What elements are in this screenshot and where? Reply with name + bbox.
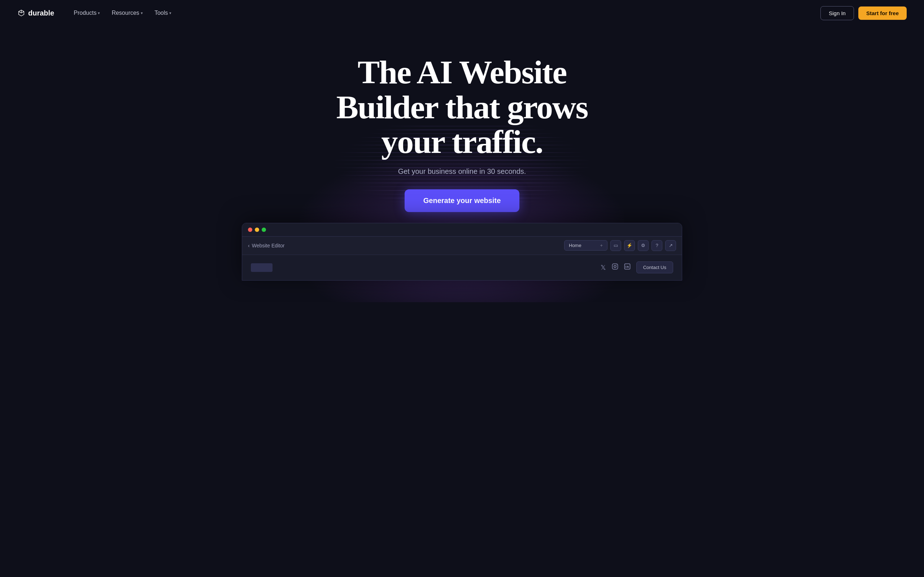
browser-editor-toolbar: ‹ Website Editor Home + ▭ ⚡ ⚙ [242, 237, 682, 255]
instagram-icon[interactable] [612, 263, 618, 272]
linkedin-icon[interactable] [624, 263, 630, 272]
nav-resources[interactable]: Resources ▾ [107, 7, 148, 19]
logo-link[interactable]: durable [17, 9, 54, 17]
logo-text: durable [28, 9, 54, 17]
address-bar[interactable]: Home + [564, 240, 607, 251]
external-link-icon: ↗ [669, 243, 673, 248]
nav-products[interactable]: Products ▾ [69, 7, 105, 19]
minimize-window-dot[interactable] [255, 227, 259, 232]
browser-body-right: 𝕏 Contact Us [601, 261, 673, 273]
signin-button[interactable]: Sign In [821, 6, 854, 20]
chevron-down-icon: ▾ [141, 11, 143, 16]
desktop-view-button[interactable]: ▭ [611, 240, 621, 251]
svg-point-1 [614, 266, 616, 268]
help-button[interactable]: ? [651, 240, 662, 251]
svg-rect-0 [612, 264, 617, 269]
navbar: durable Products ▾ Resources ▾ Tools ▾ S… [0, 0, 924, 26]
nav-placeholder [251, 263, 273, 272]
browser-body: 𝕏 Contact Us [242, 255, 682, 280]
close-window-dot[interactable] [248, 227, 252, 232]
nav-left: durable Products ▾ Resources ▾ Tools ▾ [17, 7, 176, 19]
toolbar-right: Home + ▭ ⚡ ⚙ ? ↗ [564, 240, 676, 251]
gear-icon: ⚙ [641, 243, 645, 248]
nav-tools[interactable]: Tools ▾ [149, 7, 176, 19]
lightning-icon: ⚡ [627, 243, 632, 248]
back-arrow-icon: ‹ [248, 243, 250, 248]
nav-right: Sign In Start for free [821, 6, 907, 20]
contact-us-button[interactable]: Contact Us [636, 261, 673, 273]
settings-button[interactable]: ⚙ [638, 240, 649, 251]
hero-section: The AI Website Builder that grows your t… [0, 26, 924, 302]
browser-body-left [251, 263, 273, 272]
generate-website-button[interactable]: Generate your website [405, 189, 520, 212]
hero-subtitle: Get your business online in 30 seconds. [321, 167, 603, 176]
hero-content: The AI Website Builder that grows your t… [321, 55, 603, 212]
external-link-button[interactable]: ↗ [665, 240, 676, 251]
browser-preview: ‹ Website Editor Home + ▭ ⚡ ⚙ [242, 223, 682, 280]
back-button[interactable]: ‹ Website Editor [248, 243, 284, 248]
desktop-icon: ▭ [614, 243, 618, 248]
chevron-down-icon: ▾ [98, 11, 100, 16]
browser-window-controls [248, 227, 266, 232]
plus-icon: + [600, 243, 603, 248]
svg-point-2 [616, 265, 617, 266]
maximize-window-dot[interactable] [262, 227, 266, 232]
browser-titlebar [242, 223, 682, 237]
logo-icon [17, 9, 25, 17]
toolbar-left: ‹ Website Editor [248, 243, 284, 248]
nav-links: Products ▾ Resources ▾ Tools ▾ [69, 7, 176, 19]
chevron-down-icon: ▾ [169, 11, 171, 16]
hero-title: The AI Website Builder that grows your t… [321, 55, 603, 160]
lightning-button[interactable]: ⚡ [624, 240, 635, 251]
twitter-icon[interactable]: 𝕏 [601, 264, 606, 272]
question-icon: ? [656, 243, 658, 248]
start-for-free-button[interactable]: Start for free [858, 6, 907, 20]
